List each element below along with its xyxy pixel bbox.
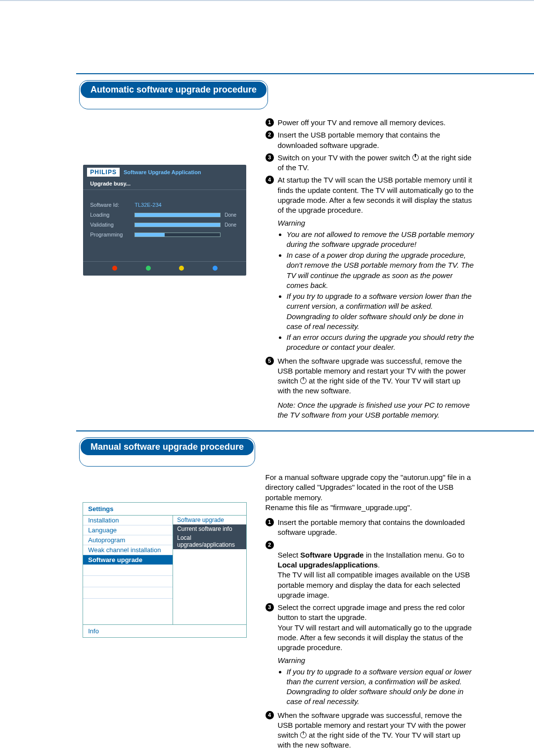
step-badge-4: 4 [266,711,274,719]
yellow-dot-icon [179,266,184,271]
step-badge-4: 4 [266,176,274,184]
settings-menu: Settings Installation Language Autoprogr… [83,502,247,638]
m-step-1: Insert the portable memory that contains… [278,518,475,538]
software-id-value: TL32E-234 [134,202,161,208]
tv-color-dots [83,261,246,276]
m-step-2: Select Software Upgrade in the Installat… [278,540,475,601]
tv-programming-row: Programming [90,232,239,237]
step-1-text: Power off your TV and remove all memory … [278,118,475,128]
section2-columns: Settings Installation Language Autoprogr… [79,472,475,753]
software-id-label: Software Id: [90,202,131,208]
red-dot-icon [112,266,117,271]
loading-done: Done [224,212,239,218]
section-title-manual: Manual software upgrade procedure [81,439,254,455]
programming-label: Programming [90,232,131,237]
power-icon [300,732,307,738]
warning-item: If you try to upgrade to a software vers… [287,291,475,331]
power-icon [300,378,307,384]
step-badge-2: 2 [266,541,274,549]
menu-item-weak-channel[interactable]: Weak channel installation [83,545,173,555]
section-title-auto: Automatic software upgrade procedure [81,82,267,98]
validating-label: Validating [90,222,131,228]
menu-item-installation[interactable]: Installation [83,516,173,525]
loading-label: Loading [90,212,131,218]
section1-steps: 1 Power off your TV and remove all memor… [266,115,475,423]
step-badge-1: 1 [266,518,274,526]
menu-item-software-upgrade[interactable]: Software upgrade [83,555,173,565]
settings-menu-footer: Info [83,624,246,637]
step-badge-5: 5 [266,357,274,365]
section-header-manual: Manual software upgrade procedure [79,437,475,467]
submenu-item-local-upgrades[interactable]: Local upgrades/applications [173,533,246,549]
step-2-text: Insert the USB portable memory that cont… [278,130,475,150]
settings-menu-header: Settings [83,503,246,516]
submenu-item-software-upgrade[interactable]: Software upgrade [173,516,246,524]
step-badge-1: 1 [266,118,274,127]
section-header-auto: Automatic software upgrade procedure [79,80,475,109]
m-warning-label: Warning [278,656,475,665]
tv-loading-row: Loading Done [90,212,239,218]
submenu-item-current-info[interactable]: Current software info [173,524,246,533]
validating-bar [134,223,221,227]
warning-item: In case of a power drop during the upgra… [287,250,475,290]
programming-bar [134,233,221,237]
tv-app-title: Software Upgrade Application [124,169,201,175]
m-warning-list: If you try to upgrade to a software vers… [278,667,475,707]
section2-steps: For a manual software upgrade copy the "… [266,472,475,753]
tv-validating-row: Validating Done [90,222,239,228]
section1-columns: PHILIPS Software Upgrade Application Upg… [79,115,475,423]
warning-label: Warning [278,218,475,228]
step-3-text: Switch on your TV with the power switch … [278,153,475,173]
validating-done: Done [224,222,239,228]
step-badge-3: 3 [266,153,274,162]
section2-intro: For a manual software upgrade copy the "… [266,472,475,513]
warning-item: If you try to upgrade to a software vers… [287,667,475,707]
power-icon [412,154,419,161]
menu-item-language[interactable]: Language [83,525,173,535]
m-step-4: When the software upgrade was successful… [278,710,475,751]
menu-item-autoprogram[interactable]: Autoprogram [83,535,173,545]
blue-dot-icon [213,266,218,271]
warning-item: If an error occurs during the upgrade yo… [287,332,475,353]
settings-menu-left: Installation Language Autoprogram Weak c… [83,516,173,624]
step-badge-3: 3 [266,603,274,612]
settings-menu-right: Software upgrade Current software info L… [173,516,246,624]
warning-list: You are not allowed to remove the USB po… [278,230,475,353]
green-dot-icon [146,266,151,271]
step-badge-2: 2 [266,131,274,139]
brand-logo: PHILIPS [87,168,120,177]
m-step-3: Select the correct upgrade image and pre… [278,603,475,653]
manual-page: Automatic software upgrade procedure PHI… [0,0,534,756]
step-4-text: At startup the TV will scan the USB port… [278,175,475,215]
loading-bar [134,213,221,217]
tv-software-id-row: Software Id: TL32E-234 [90,202,239,208]
tv-status-text: Upgrade busy... [83,180,246,190]
warning-item: You are not allowed to remove the USB po… [287,230,475,250]
step-5-note: Note: Once the upgrade is finished use y… [278,400,475,421]
tv-upgrade-screen: PHILIPS Software Upgrade Application Upg… [83,165,246,276]
